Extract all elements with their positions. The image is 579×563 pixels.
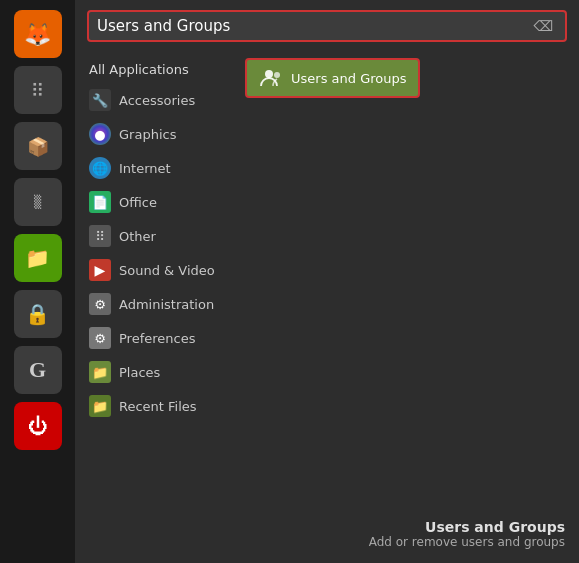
description-area: Users and Groups Add or remove users and…: [245, 513, 569, 555]
sound-video-icon: ▶: [89, 259, 111, 281]
search-container: Users and Groups ⌫: [75, 0, 579, 50]
search-clear-button[interactable]: ⌫: [529, 16, 557, 36]
folder-icon[interactable]: 📁: [14, 234, 62, 282]
usc-icon[interactable]: 📦: [14, 122, 62, 170]
other-label: Other: [119, 229, 156, 244]
accessories-icon: 🔧: [89, 89, 111, 111]
office-icon: 📄: [89, 191, 111, 213]
apps-icon[interactable]: ⠿: [14, 66, 62, 114]
results-area: Users and Groups Users and Groups Add or…: [235, 50, 579, 563]
sound-video-label: Sound & Video: [119, 263, 215, 278]
category-item-places[interactable]: 📁 Places: [75, 355, 235, 389]
content-area: All Applications 🔧 Accessories ● Graphic…: [75, 50, 579, 563]
search-input[interactable]: Users and Groups: [97, 17, 529, 35]
recent-files-label: Recent Files: [119, 399, 197, 414]
internet-icon: 🌐: [89, 157, 111, 179]
administration-label: Administration: [119, 297, 214, 312]
firefox-icon[interactable]: 🦊: [14, 10, 62, 58]
users-and-groups-label: Users and Groups: [291, 71, 406, 86]
preferences-icon: ⚙: [89, 327, 111, 349]
svg-point-0: [265, 70, 273, 78]
category-all-applications[interactable]: All Applications: [75, 56, 235, 83]
graphics-label: Graphics: [119, 127, 176, 142]
category-item-sound-video[interactable]: ▶ Sound & Video: [75, 253, 235, 287]
category-item-internet[interactable]: 🌐 Internet: [75, 151, 235, 185]
places-label: Places: [119, 365, 160, 380]
description-text: Add or remove users and groups: [249, 535, 565, 549]
category-item-administration[interactable]: ⚙ Administration: [75, 287, 235, 321]
office-label: Office: [119, 195, 157, 210]
search-bar: Users and Groups ⌫: [87, 10, 567, 42]
update-icon[interactable]: G: [14, 346, 62, 394]
category-item-accessories[interactable]: 🔧 Accessories: [75, 83, 235, 117]
preferences-label: Preferences: [119, 331, 195, 346]
main-panel: Users and Groups ⌫ All Applications 🔧 Ac…: [75, 0, 579, 563]
places-icon: 📁: [89, 361, 111, 383]
recent-files-icon: 📁: [89, 395, 111, 417]
category-item-preferences[interactable]: ⚙ Preferences: [75, 321, 235, 355]
category-item-graphics[interactable]: ● Graphics: [75, 117, 235, 151]
description-title: Users and Groups: [249, 519, 565, 535]
accessories-label: Accessories: [119, 93, 195, 108]
sidebar: 🦊 ⠿ 📦 ▒ 📁 🔒 G ⏻: [0, 0, 75, 563]
category-list: All Applications 🔧 Accessories ● Graphic…: [75, 50, 235, 563]
svg-point-1: [274, 72, 280, 78]
category-item-other[interactable]: ⠿ Other: [75, 219, 235, 253]
internet-label: Internet: [119, 161, 171, 176]
results-list: Users and Groups: [245, 58, 569, 98]
users-and-groups-result[interactable]: Users and Groups: [245, 58, 420, 98]
terminal-icon[interactable]: ▒: [14, 178, 62, 226]
users-and-groups-icon: [259, 66, 283, 90]
other-icon: ⠿: [89, 225, 111, 247]
power-icon[interactable]: ⏻: [14, 402, 62, 450]
administration-icon: ⚙: [89, 293, 111, 315]
lock-icon[interactable]: 🔒: [14, 290, 62, 338]
graphics-icon: ●: [89, 123, 111, 145]
category-item-office[interactable]: 📄 Office: [75, 185, 235, 219]
category-item-recent-files[interactable]: 📁 Recent Files: [75, 389, 235, 423]
